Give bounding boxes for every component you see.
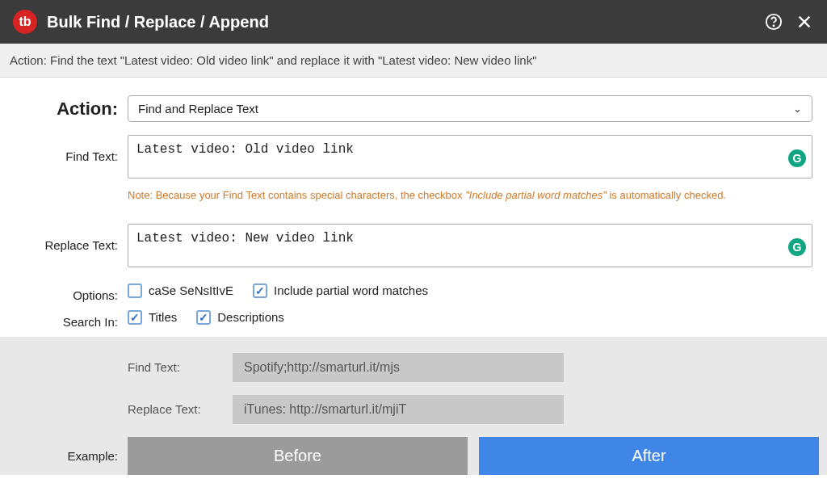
grammarly-icon[interactable]: G [788,149,806,167]
example-find-row: Find Text: Spotify;http://smarturl.it/mj… [8,353,819,382]
row-search-in: Search In: ✓ Titles ✓ Descriptions [8,310,819,329]
close-icon[interactable] [795,12,814,32]
example-before-header: Before [128,437,468,475]
example-replace-label: Replace Text: [128,402,233,416]
titlebar: tb Bulk Find / Replace / Append [0,0,827,44]
window-title: Bulk Find / Replace / Append [47,13,754,32]
titlebar-actions [764,12,814,32]
row-options: Options: caSe SeNsItIvE ✓ Include partia… [8,284,819,302]
example-find-value: Spotify;http://smarturl.it/mjs [233,353,564,382]
note-prefix: Note: Because your Find Text contains sp… [128,189,465,201]
checkbox-box-icon: ✓ [196,310,211,325]
checkbox-label: Descriptions [217,310,284,324]
checkbox-label: caSe SeNsItIvE [149,284,233,297]
chevron-down-icon: ⌄ [793,103,802,115]
example-replace-value: iTunes: http://smarturl.it/mjiT [233,395,564,424]
action-select-value: Find and Replace Text [138,102,258,116]
example-area: Find Text: Spotify;http://smarturl.it/mj… [0,337,827,475]
row-find: Find Text: G Note: Because your Find Tex… [8,135,819,203]
checkbox-label: Titles [149,310,177,324]
row-action: Action: Find and Replace Text ⌄ [8,95,819,122]
replace-text-input[interactable] [128,224,812,267]
options-label: Options: [8,284,128,302]
grammarly-icon[interactable]: G [788,238,806,256]
note-italic: "Include partial word matches" [465,189,607,201]
note-suffix: is automatically checked. [607,189,726,201]
svg-point-1 [773,25,774,26]
checkbox-case-sensitive[interactable]: caSe SeNsItIvE [128,284,233,298]
checkbox-label: Include partial word matches [274,284,428,297]
row-replace: Replace Text: G [8,224,819,271]
find-text-input[interactable] [128,135,812,178]
action-label: Action: [8,95,128,120]
help-icon[interactable] [764,12,783,32]
app-logo: tb [13,10,37,34]
form-area: Action: Find and Replace Text ⌄ Find Tex… [0,78,827,329]
checkbox-box-icon: ✓ [128,310,142,325]
find-note: Note: Because your Find Text contains sp… [128,188,812,203]
example-after-header: After [479,437,819,475]
checkbox-box-icon: ✓ [253,284,267,298]
example-find-label: Find Text: [128,360,233,374]
checkbox-partial-matches[interactable]: ✓ Include partial word matches [253,284,428,298]
replace-label: Replace Text: [8,224,128,252]
checkbox-titles[interactable]: ✓ Titles [128,310,177,325]
checkbox-box-icon [128,284,142,298]
example-label: Example: [8,449,128,463]
checkbox-descriptions[interactable]: ✓ Descriptions [196,310,284,325]
searchin-label: Search In: [8,310,128,329]
action-select[interactable]: Find and Replace Text ⌄ [128,95,812,122]
find-label: Find Text: [8,135,128,163]
action-summary: Action: Find the text "Latest video: Old… [0,44,827,78]
example-replace-row: Replace Text: iTunes: http://smarturl.it… [8,395,819,424]
